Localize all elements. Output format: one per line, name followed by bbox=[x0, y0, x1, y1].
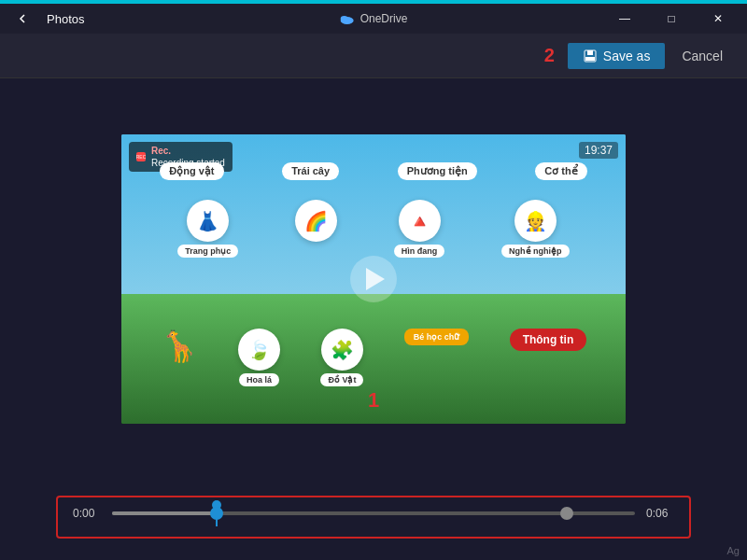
item-trang-phuc: 👗 Trang phục bbox=[177, 200, 238, 258]
item-rainbow: 🌈 bbox=[295, 200, 337, 258]
main-content: REC Rec. Recording started 19:37 Động vậ… bbox=[0, 78, 747, 470]
item-bee-hoc-chu: Bé học chữ bbox=[404, 329, 470, 386]
step1-badge: 1 bbox=[368, 388, 379, 413]
svg-rect-4 bbox=[585, 57, 595, 61]
toolbar: 2 Save as Cancel bbox=[0, 34, 747, 78]
trim-section: 0:00 0:06 bbox=[56, 496, 691, 539]
trim-handle-left[interactable] bbox=[210, 507, 223, 520]
close-button[interactable]: ✕ bbox=[697, 4, 740, 34]
title-bar: Photos OneDrive — □ ✕ bbox=[0, 4, 747, 34]
trim-handle-right[interactable] bbox=[560, 507, 573, 520]
label-nghe-nghiep: Nghề nghiệp bbox=[501, 245, 570, 258]
back-button[interactable] bbox=[7, 4, 37, 34]
video-player[interactable]: REC Rec. Recording started 19:37 Động vậ… bbox=[121, 134, 626, 424]
play-button[interactable] bbox=[350, 256, 397, 302]
item-do-vat: 🧩 Đồ Vật bbox=[320, 329, 363, 386]
category-trai-cay: Trái cây bbox=[282, 162, 339, 180]
label-hoa-la: Hoa lá bbox=[239, 373, 279, 386]
window-controls: — □ ✕ bbox=[603, 4, 740, 34]
item-thong-tin[interactable]: Thông tin bbox=[510, 329, 587, 386]
minimize-button[interactable]: — bbox=[603, 4, 646, 34]
item-giraffe: 🦒 bbox=[161, 329, 198, 386]
onedrive-label: OneDrive bbox=[360, 12, 408, 25]
play-triangle-icon bbox=[366, 268, 385, 290]
onedrive-area: OneDrive bbox=[340, 11, 408, 26]
time-start-label: 0:00 bbox=[73, 507, 101, 520]
bee-hoc-chu-label: Bé học chữ bbox=[404, 329, 470, 345]
category-phuong-tien: Phương tiện bbox=[398, 162, 477, 180]
save-as-button[interactable]: Save as bbox=[568, 43, 666, 69]
thong-tin-button[interactable]: Thông tin bbox=[510, 329, 587, 351]
icon-hoa-la: 🍃 bbox=[238, 329, 280, 371]
video-time-display: 19:37 bbox=[579, 142, 618, 159]
label-trang-phuc: Trang phục bbox=[177, 245, 238, 258]
giraffe-icon: 🦒 bbox=[161, 329, 198, 364]
icon-do-vat: 🧩 bbox=[321, 329, 363, 371]
timeline-row: 0:00 0:06 bbox=[73, 507, 674, 520]
step2-badge: 2 bbox=[544, 45, 555, 66]
item-nghe-nghiep: 👷 Nghề nghiệp bbox=[501, 200, 570, 258]
app-title: Photos bbox=[47, 12, 84, 26]
category-co-the: Cơ thể bbox=[535, 162, 586, 180]
category-row: Động vật Trái cây Phương tiện Cơ thể bbox=[121, 162, 626, 180]
icon-nghe-nghiep: 👷 bbox=[514, 200, 557, 242]
maximize-button[interactable]: □ bbox=[650, 4, 693, 34]
item-hin-dang: 🔺 Hìn đang bbox=[394, 200, 445, 258]
video-frame: REC Rec. Recording started 19:37 Động vậ… bbox=[121, 134, 626, 424]
bottom-content-row: 🦒 🍃 Hoa lá 🧩 Đồ Vật Bé học chữ Thông tin bbox=[121, 329, 626, 386]
controls-area: 0:00 0:06 Ag bbox=[0, 470, 747, 560]
cancel-button[interactable]: Cancel bbox=[672, 43, 732, 69]
middle-row: 👗 Trang phục 🌈 🔺 Hìn đang 👷 Nghề nghiệp bbox=[121, 200, 626, 258]
rec-dot: REC bbox=[136, 152, 146, 161]
svg-rect-3 bbox=[587, 50, 593, 55]
icon-trang-phuc: 👗 bbox=[187, 200, 229, 242]
item-hoa-la: 🍃 Hoa lá bbox=[238, 329, 280, 386]
timeline-progress bbox=[112, 511, 217, 515]
title-bar-left: Photos bbox=[7, 4, 84, 34]
icon-rainbow: 🌈 bbox=[295, 200, 337, 242]
svg-point-1 bbox=[341, 16, 348, 21]
category-dong-vat: Động vật bbox=[160, 162, 223, 180]
save-as-label: Save as bbox=[603, 49, 651, 63]
timeline-track[interactable] bbox=[112, 511, 635, 515]
label-do-vat: Đồ Vật bbox=[320, 373, 363, 386]
watermark-text: Ag bbox=[727, 545, 740, 556]
icon-hin-dang: 🔺 bbox=[399, 200, 441, 242]
onedrive-icon bbox=[340, 11, 355, 26]
label-hin-dang: Hìn đang bbox=[394, 245, 445, 258]
save-icon bbox=[583, 49, 598, 63]
rec-label: Rec. bbox=[151, 145, 225, 157]
time-end-label: 0:06 bbox=[646, 507, 674, 520]
